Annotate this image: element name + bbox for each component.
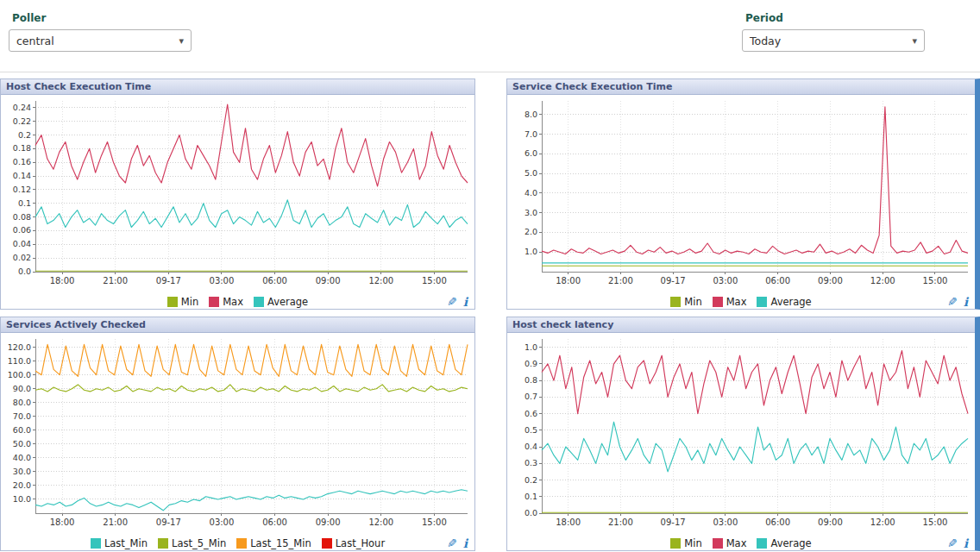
- svg-text:06:00: 06:00: [765, 518, 790, 527]
- legend-label: Min: [684, 537, 701, 549]
- dashboard-page: Poller central ▾ Period Today ▾ Host Che…: [0, 0, 980, 552]
- svg-text:18:00: 18:00: [50, 518, 75, 527]
- svg-text:40.0: 40.0: [13, 453, 31, 462]
- svg-text:0.7: 0.7: [525, 392, 537, 401]
- legend-label: Average: [770, 537, 811, 549]
- svg-text:0.12: 0.12: [13, 185, 31, 194]
- panel-footer: MinMaxAverage ✎ i: [1, 292, 474, 310]
- legend-swatch: [322, 538, 332, 549]
- legend-item: Min: [670, 296, 701, 308]
- svg-text:0.04: 0.04: [13, 239, 31, 248]
- legend-label: Last_15_Min: [250, 537, 311, 549]
- legend-swatch: [670, 297, 681, 307]
- legend-swatch: [254, 297, 264, 307]
- svg-text:0.6: 0.6: [525, 409, 537, 418]
- series-average: [35, 200, 468, 228]
- svg-text:10.0: 10.0: [13, 494, 31, 504]
- svg-text:8.0: 8.0: [525, 110, 537, 119]
- poller-filter: Poller central ▾: [9, 10, 192, 52]
- legend-item: Last_Min: [91, 537, 148, 549]
- legend-swatch: [713, 297, 723, 307]
- chart-svg: 18:0021:0009-1703:0006:0009:0012:0015:00…: [507, 333, 975, 530]
- panel-footer: MinMaxAverage ✎ i: [507, 533, 975, 551]
- series-max: [542, 351, 968, 414]
- panel-title: Services Actively Checked: [1, 317, 474, 333]
- legend-item: Max: [713, 296, 747, 308]
- panel-host-check-execution-time: Host Check Execution Time 18:0021:0009-1…: [0, 78, 475, 310]
- legend: MinMaxAverage: [670, 537, 811, 549]
- chart-svg: 18:0021:0009-1703:0006:0009:0012:0015:00…: [507, 95, 975, 288]
- footer-icons: ✎ i: [447, 296, 468, 308]
- svg-text:0.02: 0.02: [13, 253, 31, 262]
- chart-service-check-execution-time: 18:0021:0009-1703:0006:0009:0012:0015:00…: [507, 95, 975, 292]
- series-last_5_min: [35, 385, 468, 392]
- legend-swatch: [91, 538, 101, 549]
- info-icon[interactable]: i: [463, 537, 468, 549]
- svg-text:6.0: 6.0: [525, 148, 537, 158]
- legend-label: Average: [770, 296, 811, 308]
- period-select[interactable]: Today ▾: [742, 29, 925, 52]
- legend-label: Average: [267, 296, 308, 308]
- period-filter: Period Today ▾: [742, 10, 925, 52]
- info-icon[interactable]: i: [463, 296, 468, 308]
- legend-label: Last_Min: [104, 537, 148, 549]
- info-icon[interactable]: i: [964, 296, 968, 308]
- svg-text:12:00: 12:00: [368, 276, 393, 285]
- chevron-down-icon: ▾: [912, 35, 917, 47]
- legend-item: Min: [167, 296, 198, 308]
- legend-swatch: [670, 538, 681, 549]
- svg-text:0.4: 0.4: [525, 442, 537, 451]
- svg-text:0.3: 0.3: [525, 458, 537, 467]
- legend-swatch: [713, 538, 723, 549]
- edit-icon[interactable]: ✎: [947, 296, 958, 308]
- legend-item: Average: [757, 537, 811, 549]
- svg-text:90.0: 90.0: [13, 384, 31, 393]
- svg-text:09:00: 09:00: [818, 276, 843, 285]
- series-max: [542, 107, 968, 254]
- svg-text:21:00: 21:00: [103, 518, 128, 527]
- svg-text:0.24: 0.24: [13, 103, 31, 112]
- edit-icon[interactable]: ✎: [447, 537, 457, 549]
- panel-host-check-latency: Host check latency 18:0021:0009-1703:000…: [506, 317, 980, 551]
- svg-text:06:00: 06:00: [765, 276, 790, 285]
- series-last_15_min: [35, 344, 468, 376]
- edit-icon[interactable]: ✎: [947, 537, 958, 549]
- legend-label: Last_Hour: [336, 537, 385, 549]
- series-average: [542, 422, 968, 472]
- series-last_min: [35, 490, 468, 511]
- svg-text:09-17: 09-17: [156, 276, 181, 285]
- svg-text:0.8: 0.8: [525, 375, 537, 385]
- svg-text:09:00: 09:00: [818, 518, 843, 527]
- poller-select-value: central: [16, 34, 179, 47]
- svg-text:21:00: 21:00: [608, 518, 633, 527]
- chart-svg: 18:0021:0009-1703:0006:0009:0012:0015:00…: [1, 95, 474, 288]
- edit-icon[interactable]: ✎: [447, 296, 457, 308]
- chart-host-check-latency: 18:0021:0009-1703:0006:0009:0012:0015:00…: [507, 333, 975, 533]
- panel-title: Host check latency: [507, 317, 975, 333]
- svg-text:0.2: 0.2: [525, 475, 537, 485]
- legend-item: Last_5_Min: [158, 537, 226, 549]
- chart-host-check-execution-time: 18:0021:0009-1703:0006:0009:0012:0015:00…: [1, 95, 474, 292]
- panel-service-check-execution-time: Service Check Execution Time 18:0021:000…: [506, 78, 980, 310]
- svg-text:15:00: 15:00: [422, 276, 447, 285]
- legend-swatch: [757, 297, 767, 307]
- svg-text:0.5: 0.5: [525, 425, 537, 435]
- legend-item: Max: [713, 537, 747, 549]
- legend-item: Average: [757, 296, 811, 308]
- info-icon[interactable]: i: [964, 537, 968, 549]
- svg-text:50.0: 50.0: [13, 439, 31, 448]
- legend-item: Last_15_Min: [236, 537, 311, 549]
- legend-item: Max: [209, 296, 243, 308]
- svg-text:21:00: 21:00: [608, 276, 633, 285]
- svg-text:03:00: 03:00: [210, 518, 235, 527]
- svg-text:15:00: 15:00: [923, 276, 948, 285]
- chevron-down-icon: ▾: [179, 35, 184, 47]
- svg-text:15:00: 15:00: [422, 518, 447, 527]
- svg-text:0.1: 0.1: [18, 198, 31, 208]
- poller-select[interactable]: central ▾: [9, 29, 192, 52]
- svg-text:0.08: 0.08: [13, 212, 31, 222]
- svg-text:0.16: 0.16: [13, 157, 31, 166]
- svg-text:18:00: 18:00: [556, 518, 581, 527]
- legend-label: Last_5_Min: [172, 537, 226, 549]
- legend: MinMaxAverage: [670, 296, 811, 308]
